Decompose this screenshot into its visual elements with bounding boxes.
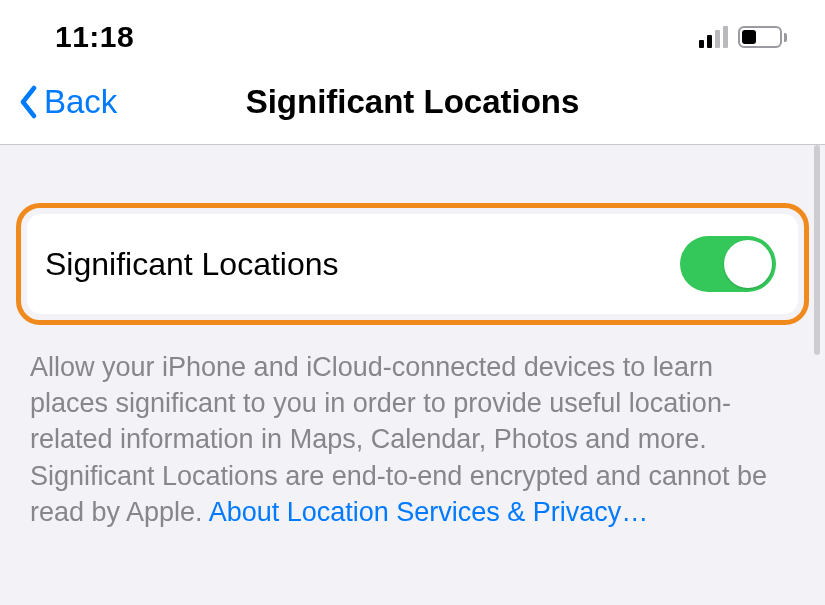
row-label: Significant Locations [45, 246, 339, 283]
scroll-indicator[interactable] [814, 145, 820, 355]
highlight-box: Significant Locations [16, 203, 809, 325]
privacy-link[interactable]: About Location Services & Privacy… [209, 497, 649, 527]
settings-screen: 11:18 Back Significant Locations Sig [0, 0, 825, 605]
cellular-signal-icon [699, 26, 728, 48]
status-icons [699, 26, 787, 48]
back-label: Back [44, 83, 117, 121]
back-button[interactable]: Back [18, 83, 117, 121]
page-title: Significant Locations [0, 83, 825, 121]
significant-locations-row: Significant Locations [27, 214, 798, 314]
nav-bar: Back Significant Locations [0, 60, 825, 144]
battery-icon [738, 26, 787, 48]
toggle-knob [724, 240, 772, 288]
significant-locations-toggle[interactable] [680, 236, 776, 292]
status-time: 11:18 [55, 20, 134, 54]
status-bar: 11:18 [0, 0, 825, 60]
chevron-left-icon [18, 85, 40, 119]
content-area: Significant Locations Allow your iPhone … [0, 145, 825, 605]
footer-description: Allow your iPhone and iCloud-connected d… [0, 325, 825, 530]
